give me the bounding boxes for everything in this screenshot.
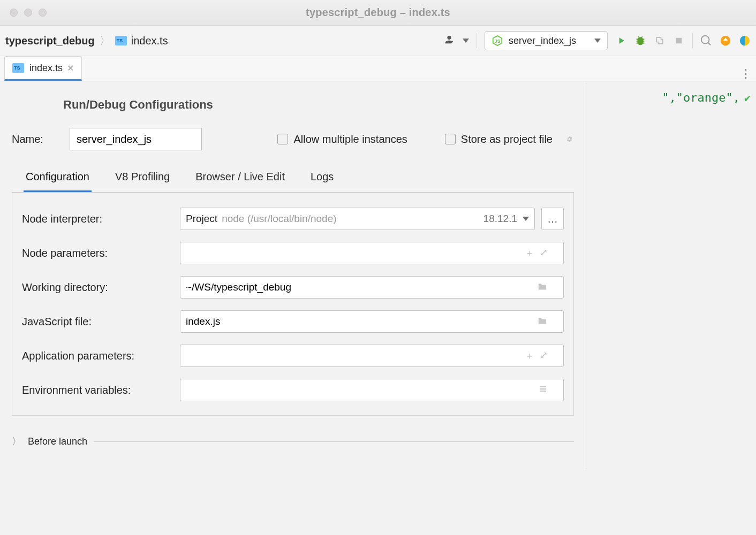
tab-configuration[interactable]: Configuration: [24, 164, 92, 192]
node-interpreter-select[interactable]: Project node (/usr/local/bin/node) 18.12…: [180, 208, 535, 230]
chevron-down-icon: [523, 217, 529, 221]
search-icon[interactable]: [700, 35, 712, 47]
store-as-project-file-checkbox[interactable]: Store as project file: [445, 133, 553, 146]
javascript-file-label: JavaScript file:: [22, 316, 180, 328]
window-title: typescript_debug – index.ts: [0, 6, 756, 19]
tab-browser-live-edit[interactable]: Browser / Live Edit: [193, 164, 287, 192]
node-interpreter-label: Node interpreter:: [22, 213, 180, 225]
node-parameters-label: Node parameters:: [22, 247, 180, 259]
plus-icon[interactable]: ＋: [525, 349, 534, 362]
run-icon[interactable]: [615, 35, 627, 47]
breadcrumb-project[interactable]: typescript_debug: [5, 35, 95, 47]
expand-icon[interactable]: ⤢: [540, 349, 548, 362]
list-icon[interactable]: [538, 384, 548, 396]
before-launch-label: Before launch: [28, 436, 87, 447]
editor-tab-label: index.ts: [29, 63, 63, 74]
code-with-me-icon[interactable]: [443, 34, 455, 48]
breadcrumb-file[interactable]: index.ts: [131, 35, 168, 47]
dialog-title: Run/Debug Configurations: [0, 83, 586, 128]
before-launch-section[interactable]: 〉 Before launch: [12, 435, 574, 448]
typescript-file-icon: [115, 36, 127, 45]
separator: [477, 33, 477, 48]
inspection-ok-icon: ✔︎: [744, 91, 751, 104]
configuration-name-input[interactable]: [70, 128, 202, 150]
chevron-right-icon: 〉: [98, 34, 112, 48]
dialog-tabs: Configuration V8 Profiling Browser / Liv…: [12, 164, 574, 193]
toolbar-right: JS server_index_js: [443, 31, 751, 50]
breadcrumb: typescript_debug 〉 index.ts: [5, 34, 168, 48]
run-with-coverage-icon[interactable]: [654, 35, 666, 47]
javascript-file-input[interactable]: [180, 310, 564, 333]
application-parameters-label: Application parameters:: [22, 350, 180, 362]
close-tab-icon[interactable]: ✕: [67, 63, 74, 73]
checkbox-icon: [445, 134, 456, 144]
environment-variables-input[interactable]: [180, 379, 564, 401]
ide-features-icon[interactable]: [739, 35, 751, 47]
update-icon[interactable]: [720, 35, 731, 47]
browse-interpreter-button[interactable]: …: [541, 208, 564, 230]
chevron-right-icon: 〉: [12, 435, 21, 448]
run-configuration-selector[interactable]: JS server_index_js: [485, 31, 608, 50]
tab-v8-profiling[interactable]: V8 Profiling: [113, 164, 172, 192]
stop-icon[interactable]: [673, 35, 685, 47]
run-debug-configurations-dialog: Run/Debug Configurations Name: Allow mul…: [0, 83, 586, 469]
separator: [692, 33, 693, 48]
editor-code-fragment: ","orange", ✔︎: [662, 91, 751, 104]
nodejs-icon: JS: [492, 35, 503, 47]
debug-icon[interactable]: [634, 35, 646, 47]
plus-icon[interactable]: ＋: [525, 247, 534, 259]
separator-line: [94, 441, 574, 442]
name-label: Name:: [12, 133, 60, 146]
editor-tabstrip: index.ts ✕ ⋮: [0, 56, 756, 81]
gear-icon[interactable]: [562, 133, 574, 145]
svg-text:JS: JS: [494, 39, 500, 44]
editor-tab-index-ts[interactable]: index.ts ✕: [4, 56, 82, 81]
dropdown-icon[interactable]: [463, 39, 469, 43]
run-configuration-name: server_index_js: [509, 35, 576, 47]
expand-icon[interactable]: ⤢: [540, 247, 548, 259]
folder-icon[interactable]: [537, 282, 548, 293]
application-parameters-input[interactable]: [180, 345, 564, 367]
configuration-panel: Node interpreter: Project node (/usr/loc…: [12, 193, 574, 416]
allow-multiple-instances-checkbox[interactable]: Allow multiple instances: [277, 133, 407, 146]
chevron-down-icon: [594, 39, 601, 43]
folder-icon[interactable]: [537, 316, 548, 327]
editor-tabs-overflow-icon[interactable]: ⋮: [740, 67, 752, 81]
environment-variables-label: Environment variables:: [22, 384, 180, 396]
typescript-file-icon: [12, 63, 24, 73]
checkbox-icon: [277, 134, 288, 144]
working-directory-label: Working directory:: [22, 281, 180, 294]
svg-rect-1: [676, 38, 682, 44]
main-toolbar: typescript_debug 〉 index.ts JS server_in…: [0, 26, 756, 56]
titlebar: typescript_debug – index.ts: [0, 0, 756, 26]
working-directory-input[interactable]: [180, 276, 564, 299]
tab-logs[interactable]: Logs: [308, 164, 336, 192]
node-parameters-input[interactable]: [180, 242, 564, 264]
